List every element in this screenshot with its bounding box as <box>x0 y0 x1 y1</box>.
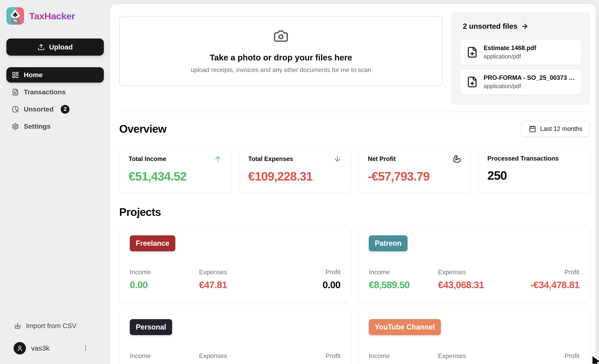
import-icon <box>14 322 21 330</box>
project-badge: Personal <box>130 319 172 335</box>
file-name: Estimate 1468.pdf <box>484 44 536 52</box>
stat-card-processed-transactions: Processed Transactions 250 <box>478 146 590 193</box>
stat-label: Total Income <box>129 155 166 162</box>
overview-stats: Total Income €51,434.52 Total Expenses €… <box>119 146 590 193</box>
sidebar-item-label: Unsorted <box>24 105 53 113</box>
profit-label: Profit <box>280 352 340 360</box>
upload-icon <box>37 43 45 51</box>
projects-grid: Freelance Income 0.00 Expenses €47.81 Pr… <box>119 226 590 364</box>
calendar-icon <box>529 125 536 132</box>
sidebar-item-label: Settings <box>24 122 51 130</box>
project-card-youtube-channel[interactable]: YouTube Channel Income €42,845.02 Expens… <box>358 309 590 364</box>
income-value: 0.00 <box>130 363 199 364</box>
expenses-value: €47.81 <box>199 279 280 290</box>
mouse-cursor <box>591 355 599 364</box>
stat-label: Net Profit <box>368 155 396 162</box>
avatar <box>14 342 26 355</box>
biceps-icon <box>453 155 461 163</box>
expenses-value: €44,409.30 <box>438 363 519 364</box>
unsorted-count-badge: 2 <box>61 105 70 114</box>
dropzone-subtitle: upload receipts, invoices and any other … <box>191 67 371 74</box>
project-card-personal[interactable]: Personal Income 0.00 Expenses €11,091.96… <box>119 309 351 364</box>
expenses-label: Expenses <box>438 352 519 360</box>
income-label: Income <box>369 352 438 360</box>
expenses-label: Expenses <box>438 269 519 276</box>
import-from-csv-button[interactable]: Import from CSV <box>6 322 104 330</box>
stat-card-total-income: Total Income €51,434.52 <box>119 146 231 193</box>
income-value: 0.00 <box>130 279 199 290</box>
logo-percent-sign: % <box>13 18 17 23</box>
profit-value: -€1,564.28 <box>519 363 580 364</box>
arrow-up-icon <box>214 155 222 163</box>
kebab-menu-icon[interactable] <box>82 345 89 352</box>
clock-arrow-up-icon <box>12 106 19 113</box>
profit-label: Profit <box>519 352 580 360</box>
expenses-label: Expenses <box>199 269 280 276</box>
unsorted-file-item[interactable]: Estimate 1468.pdf application/pdf <box>460 40 581 65</box>
profit-value: 0.00 <box>280 363 340 364</box>
taxhacker-logo-icon: % <box>6 7 24 25</box>
profit-value: -€34,478.81 <box>519 279 580 290</box>
sidebar-item-settings[interactable]: Settings <box>6 119 104 134</box>
project-badge: Patreon <box>369 235 407 251</box>
upload-button[interactable]: Upload <box>6 39 104 56</box>
main-content: Take a photo or drop your files here upl… <box>110 4 596 364</box>
stat-value: -€57,793.79 <box>368 169 461 183</box>
section-divider <box>119 112 590 112</box>
sidebar-item-transactions[interactable]: Transactions <box>6 84 104 100</box>
unsorted-file-item[interactable]: PRO-FORMA - SO_25_00373 (1).p… applicati… <box>460 69 581 94</box>
dropzone-title: Take a photo or drop your files here <box>210 53 352 62</box>
stat-card-total-expenses: Total Expenses €109,228.31 <box>239 146 351 193</box>
profit-value: 0.00 <box>280 279 340 290</box>
username: vas3k <box>31 344 77 352</box>
project-card-freelance[interactable]: Freelance Income 0.00 Expenses €47.81 Pr… <box>119 226 351 302</box>
gear-icon <box>12 123 19 130</box>
projects-heading: Projects <box>119 206 590 218</box>
income-value: €42,845.02 <box>369 363 438 364</box>
stat-label: Processed Transactions <box>487 155 559 162</box>
file-dropzone[interactable]: Take a photo or drop your files here upl… <box>119 16 443 86</box>
file-type: application/pdf <box>484 83 575 90</box>
stat-card-net-profit: Net Profit -€57,793.79 <box>358 146 470 193</box>
sidebar-item-home[interactable]: Home <box>6 67 104 83</box>
income-label: Income <box>369 269 438 276</box>
arrow-down-icon <box>334 155 341 163</box>
file-plus-icon <box>467 76 478 88</box>
expenses-value: €43,068.31 <box>438 279 519 290</box>
expenses-label: Expenses <box>199 352 280 360</box>
file-text-icon <box>12 89 19 96</box>
camera-icon <box>273 28 289 44</box>
profit-label: Profit <box>519 269 580 276</box>
stat-label: Total Expenses <box>248 155 293 162</box>
arrow-right-icon <box>521 23 529 30</box>
unsorted-files-link[interactable]: 2 unsorted files <box>463 22 581 31</box>
brand: % TaxHacker <box>6 7 104 25</box>
profit-label: Profit <box>280 269 340 276</box>
expenses-value: €11,091.96 <box>199 363 280 364</box>
income-label: Income <box>130 352 199 360</box>
sidebar: % TaxHacker Upload Home Transactions <box>0 0 110 364</box>
stat-value: €51,434.52 <box>129 169 222 183</box>
file-type: application/pdf <box>484 53 536 60</box>
file-plus-icon <box>467 46 478 58</box>
project-card-patreon[interactable]: Patreon Income €8,589.50 Expenses €43,06… <box>358 226 590 302</box>
stat-value: 250 <box>487 169 581 183</box>
period-selector-button[interactable]: Last 12 months <box>521 121 590 137</box>
dashboard-icon <box>12 71 19 79</box>
income-value: €8,589.50 <box>369 279 438 290</box>
stat-value: €109,228.31 <box>248 169 341 183</box>
overview-heading: Overview <box>119 122 167 135</box>
user-menu[interactable]: vas3k <box>6 342 104 355</box>
app-title: TaxHacker <box>29 11 75 22</box>
project-badge: Freelance <box>130 235 175 251</box>
app-screen: % TaxHacker Upload Home Transactions <box>0 0 599 364</box>
file-name: PRO-FORMA - SO_25_00373 (1).p… <box>484 74 575 81</box>
sidebar-item-unsorted[interactable]: Unsorted 2 <box>6 102 104 117</box>
sidebar-item-label: Transactions <box>24 88 66 96</box>
unsorted-files-panel: 2 unsorted files Estimate 1468.pdf appli… <box>451 12 590 104</box>
income-label: Income <box>130 269 199 276</box>
project-badge: YouTube Channel <box>369 319 441 335</box>
sidebar-nav: Home Transactions Unsorted 2 Settings <box>6 67 104 134</box>
sidebar-item-label: Home <box>24 71 43 79</box>
